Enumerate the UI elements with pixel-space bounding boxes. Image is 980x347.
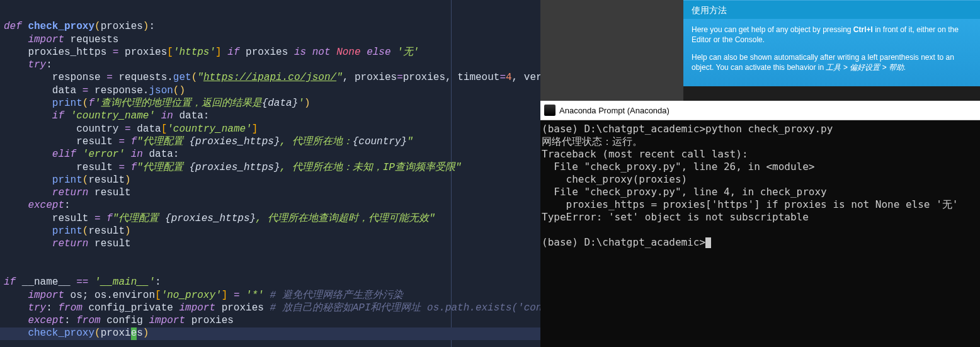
help-text: Here you can get help of any object by p… <box>692 25 853 34</box>
help-panel: 使用方法 Here you can get help of any object… <box>683 0 980 101</box>
console-title: Anaconda Prompt (Anaconda) <box>559 106 669 115</box>
console-titlebar[interactable]: Anaconda Prompt (Anaconda) <box>540 101 980 120</box>
console-icon <box>544 105 556 116</box>
help-text: . <box>904 63 906 72</box>
console-output[interactable]: (base) D:\chatgpt_academic>python check_… <box>540 120 980 249</box>
help-paragraph-1: Here you can get help of any object by p… <box>692 25 972 45</box>
help-title: 使用方法 <box>683 0 980 19</box>
help-body: Here you can get help of any object by p… <box>683 19 980 86</box>
anaconda-prompt-window[interactable]: Anaconda Prompt (Anaconda) (base) D:\cha… <box>540 101 980 347</box>
console-cursor <box>705 237 711 248</box>
help-text: Help can also be shown automatically aft… <box>692 53 954 72</box>
menu-path: 工具 > 偏好设置 > 帮助 <box>826 63 903 72</box>
top-strip <box>540 0 683 101</box>
shortcut-ctrl-i: Ctrl+I <box>853 25 873 34</box>
code-content[interactable]: def check_proxy(proxies): import request… <box>0 8 540 340</box>
code-editor[interactable]: def check_proxy(proxies): import request… <box>0 0 540 347</box>
help-paragraph-2: Help can also be shown automatically aft… <box>692 52 972 72</box>
